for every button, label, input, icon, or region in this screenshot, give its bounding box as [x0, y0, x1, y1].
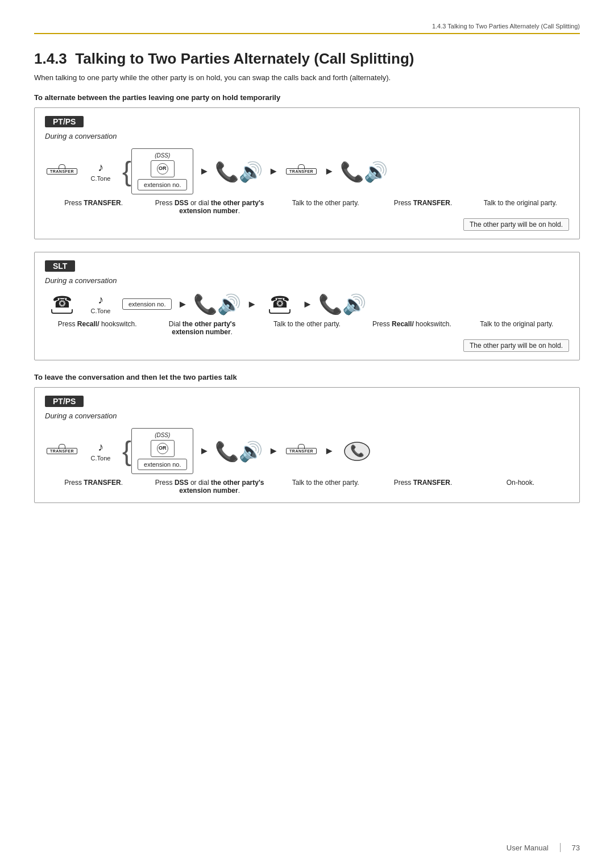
transfer-btn-icon-4: TRANSFER	[286, 448, 317, 454]
slt-label-1: SLT	[45, 260, 75, 272]
page-footer: User Manual 73	[507, 843, 580, 852]
note-1: The other party will be on hold.	[463, 218, 569, 231]
onhook-icon: 📞	[340, 440, 374, 463]
desc-2-2: Press DSS or dial the other party's exte…	[142, 479, 277, 495]
transfer-button-1: TRANSFER	[45, 168, 79, 175]
arrow-4: ►	[199, 445, 209, 457]
ptps-box-2: PT/PS During a conversation TRANSFER ♪ C…	[34, 387, 580, 503]
arrow-6: ►	[324, 445, 334, 457]
desc-1-3: Talk to the other party.	[277, 199, 374, 207]
page-number: 73	[572, 844, 580, 852]
subsection2-heading: To leave the conversation and then let t…	[34, 373, 580, 381]
intro-text: When talking to one party while the othe…	[34, 73, 580, 82]
header-section-ref: 1.4.3 Talking to Two Parties Alternately…	[432, 23, 580, 30]
section-header: 1.4.3 Talking to Two Parties Alternately…	[34, 23, 580, 34]
transfer-btn-icon-3: TRANSFER	[47, 448, 77, 454]
arrow-slt-1: ►	[177, 298, 188, 310]
ptps-label-1: PT/PS	[45, 116, 84, 127]
slt-desc-2: Dial the other party's extension number.	[150, 320, 254, 336]
transfer-button-3: TRANSFER	[45, 448, 79, 454]
ctone-slt: ♪ C.Tone	[84, 294, 118, 314]
ptps-flow-row-1: TRANSFER ♪ C.Tone { (DSS) OR extension n…	[45, 148, 569, 194]
svg-text:📞: 📞	[350, 444, 364, 458]
note-slt: The other party will be on hold.	[463, 339, 569, 352]
ctone-1: ♪ C.Tone	[84, 161, 118, 182]
ext-no-1: extension no.	[138, 179, 187, 190]
slt-box-1: SLT During a conversation ☎ ♪ C.Tone ext…	[34, 252, 580, 360]
subsection1-heading: To alternate between the parties leaving…	[34, 93, 580, 102]
desc-2-3: Talk to the other party.	[277, 479, 374, 487]
ptps-label-2: PT/PS	[45, 396, 84, 407]
slt-desc-3: Talk to the other party.	[255, 320, 359, 328]
desc-1-1: Press TRANSFER.	[45, 199, 142, 207]
dss-or-ext-2: (DSS) OR extension no.	[131, 428, 193, 474]
talking-phone-3: 📞🔊	[215, 440, 263, 463]
during-conv-2: During a conversation	[45, 412, 569, 420]
transfer-btn-icon-1: TRANSFER	[47, 168, 77, 175]
during-conv-slt: During a conversation	[45, 276, 569, 285]
slt-talking-2: 📞🔊	[318, 293, 366, 315]
ptps-desc-row-1: Press TRANSFER. Press DSS or dial the ot…	[45, 199, 569, 215]
recall-phone-2: ☎	[263, 294, 297, 314]
arrow-slt-3: ►	[302, 298, 313, 310]
slt-desc-5: Talk to the original party.	[464, 320, 569, 328]
desc-1-5: Talk to the original party.	[472, 199, 569, 207]
dss-or-ext-1: (DSS) OR extension no.	[131, 148, 193, 194]
ctone-2: ♪ C.Tone	[84, 441, 118, 462]
talking-phone-2: 📞🔊	[340, 160, 388, 183]
slt-desc-4: Press Recall/ hookswitch.	[359, 320, 464, 328]
transfer-button-2: TRANSFER	[284, 168, 318, 175]
ptps-desc-row-2: Press TRANSFER. Press DSS or dial the ot…	[45, 479, 569, 495]
recall-phone-1: ☎	[45, 294, 79, 314]
transfer-button-4: TRANSFER	[284, 448, 318, 454]
ptps-box-1: PT/PS During a conversation TRANSFER ♪ C…	[34, 107, 580, 239]
transfer-btn-icon-2: TRANSFER	[286, 168, 317, 175]
slt-desc-row-1: Press Recall/ hookswitch. Dial the other…	[45, 320, 569, 336]
ext-no-slt: extension no.	[122, 298, 172, 310]
footer-label: User Manual	[507, 844, 549, 852]
arrow-3: ►	[324, 165, 334, 177]
arrow-slt-2: ►	[247, 298, 257, 310]
section-number: 1.4.3	[34, 50, 67, 67]
slt-flow-row-1: ☎ ♪ C.Tone extension no. ► 📞🔊 ►	[45, 293, 569, 315]
desc-1-2: Press DSS or dial the other party's exte…	[142, 199, 277, 215]
page-title: 1.4.3 Talking to Two Parties Alternately…	[34, 50, 580, 68]
title-text: Talking to Two Parties Alternately (Call…	[75, 50, 414, 67]
dss-ext-group-1: { (DSS) OR extension no.	[122, 148, 193, 194]
desc-2-1: Press TRANSFER.	[45, 479, 142, 487]
arrow-2: ►	[268, 165, 279, 177]
dss-ext-group-2: { (DSS) OR extension no.	[122, 428, 193, 474]
arrow-1: ►	[199, 165, 209, 177]
slt-desc-1: Press Recall/ hookswitch.	[45, 320, 150, 328]
during-conv-1: During a conversation	[45, 132, 569, 140]
desc-1-4: Press TRANSFER.	[374, 199, 471, 207]
slt-talking-1: 📞🔊	[193, 293, 241, 315]
ext-no-2: extension no.	[138, 459, 187, 470]
desc-2-5: On-hook.	[472, 479, 569, 487]
desc-2-4: Press TRANSFER.	[374, 479, 471, 487]
talking-phone-1: 📞🔊	[215, 160, 263, 183]
ptps-flow-row-2: TRANSFER ♪ C.Tone { (DSS) OR extension n…	[45, 428, 569, 474]
arrow-5: ►	[268, 445, 279, 457]
